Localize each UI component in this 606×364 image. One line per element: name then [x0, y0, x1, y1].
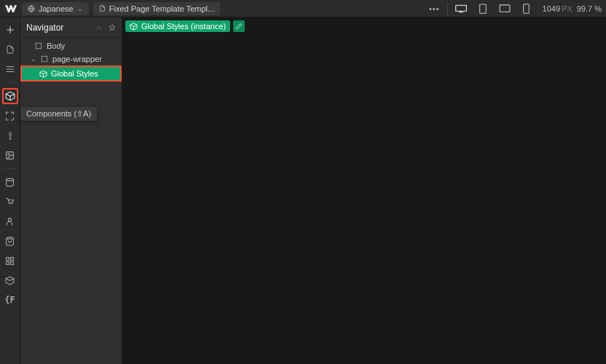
navigator-panel: Navigator Body ⌄ — [20, 17, 122, 364]
top-bar: Japanese ⌄ Fixed Page Template Templ... … — [0, 0, 606, 17]
svg-point-7 — [7, 178, 14, 181]
svg-point-6 — [8, 153, 9, 154]
page-icon — [99, 4, 106, 12]
svg-point-8 — [8, 218, 11, 221]
svg-rect-12 — [11, 261, 14, 264]
navigator-button[interactable] — [2, 61, 18, 77]
body-icon — [34, 41, 43, 50]
style-button[interactable] — [2, 127, 18, 143]
more-menu[interactable]: ••• — [429, 4, 440, 13]
component-icon — [39, 70, 47, 78]
svg-rect-10 — [11, 257, 14, 260]
navigator-header: Navigator — [20, 17, 122, 38]
pin-icon[interactable] — [109, 24, 116, 31]
assets-button[interactable] — [2, 147, 18, 163]
language-label: Japanese — [39, 4, 74, 13]
breadcrumb-label: Global Styles (instance) — [141, 22, 226, 31]
collapse-caret-icon[interactable]: ⌄ — [31, 55, 36, 63]
navigator-title: Navigator — [26, 23, 95, 33]
pages-button[interactable] — [2, 41, 18, 58]
find-button[interactable]: {F — [2, 292, 18, 308]
navigator-tree: Body ⌄ page-wrapper Global Styles — [20, 38, 122, 82]
tablet-landscape-icon[interactable] — [499, 4, 511, 14]
tree-label: Body — [47, 41, 65, 50]
page-template-chip[interactable]: Fixed Page Template Templ... — [93, 2, 221, 15]
tree-node-body[interactable]: Body — [20, 39, 122, 52]
components-button[interactable] — [2, 88, 18, 104]
viewport-width[interactable]: 1049PX — [543, 4, 572, 13]
divider — [447, 2, 448, 15]
desktop-large-icon[interactable] — [455, 4, 467, 14]
selection-breadcrumb: Global Styles (instance) — [125, 20, 245, 32]
add-element-button[interactable] — [2, 22, 18, 38]
component-icon — [130, 23, 138, 31]
svg-rect-1 — [455, 5, 466, 11]
ecommerce-button[interactable] — [2, 194, 18, 210]
toolbar-separator — [4, 82, 17, 83]
svg-rect-4 — [524, 4, 530, 13]
users-button[interactable] — [2, 213, 18, 229]
template-label: Fixed Page Template Templ... — [109, 4, 215, 13]
logic-button[interactable] — [2, 233, 18, 249]
toolbar-separator — [4, 168, 17, 169]
components-tooltip: Components (⇧A) — [20, 107, 97, 121]
globe-icon — [28, 5, 35, 12]
language-selector[interactable]: Japanese ⌄ — [22, 2, 89, 15]
app-logo[interactable] — [4, 2, 17, 15]
cms-button[interactable] — [2, 174, 18, 190]
chevron-down-icon: ⌄ — [77, 5, 83, 12]
svg-rect-14 — [42, 56, 47, 62]
tree-label: page-wrapper — [52, 55, 102, 63]
svg-rect-2 — [479, 4, 486, 13]
tree-label: Global Styles — [51, 69, 98, 78]
collapse-icon[interactable] — [95, 24, 103, 31]
cube-button[interactable] — [2, 272, 18, 288]
tablet-portrait-icon[interactable] — [477, 4, 489, 14]
tree-node-page-wrapper[interactable]: ⌄ page-wrapper — [20, 52, 122, 66]
svg-rect-11 — [7, 261, 9, 264]
tree-node-global-styles-highlight: Global Styles — [20, 66, 122, 82]
left-toolbar: {F Components (⇧A) — [0, 17, 20, 364]
svg-rect-3 — [500, 5, 510, 12]
variables-button[interactable] — [2, 108, 18, 124]
selected-element-pill[interactable]: Global Styles (instance) — [125, 20, 230, 32]
div-icon — [40, 55, 49, 63]
canvas[interactable]: Global Styles (instance) — [122, 17, 606, 364]
svg-rect-13 — [36, 43, 42, 49]
breakpoint-switcher — [455, 4, 538, 14]
tree-node-global-styles[interactable]: Global Styles — [22, 67, 120, 80]
zoom-level[interactable]: 99.7 % — [577, 4, 602, 13]
apps-button[interactable] — [2, 253, 18, 269]
svg-rect-9 — [7, 257, 9, 260]
mobile-icon[interactable] — [521, 4, 532, 14]
edit-component-button[interactable] — [233, 20, 245, 32]
